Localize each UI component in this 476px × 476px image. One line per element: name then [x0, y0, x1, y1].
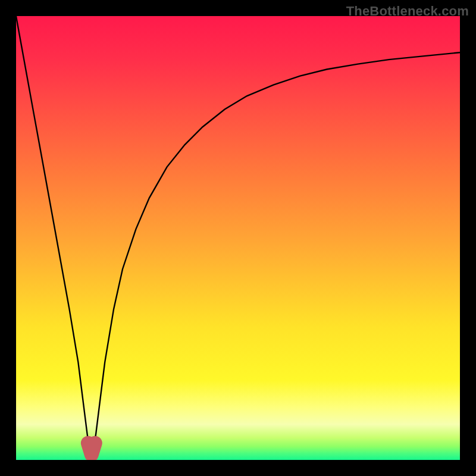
bottleneck-curve [16, 16, 460, 460]
chart-outer-frame: TheBottleneck.com [0, 0, 476, 476]
plot-area [16, 16, 460, 460]
bottleneck-curve-path [16, 16, 460, 455]
marker-u-shape [88, 443, 95, 455]
